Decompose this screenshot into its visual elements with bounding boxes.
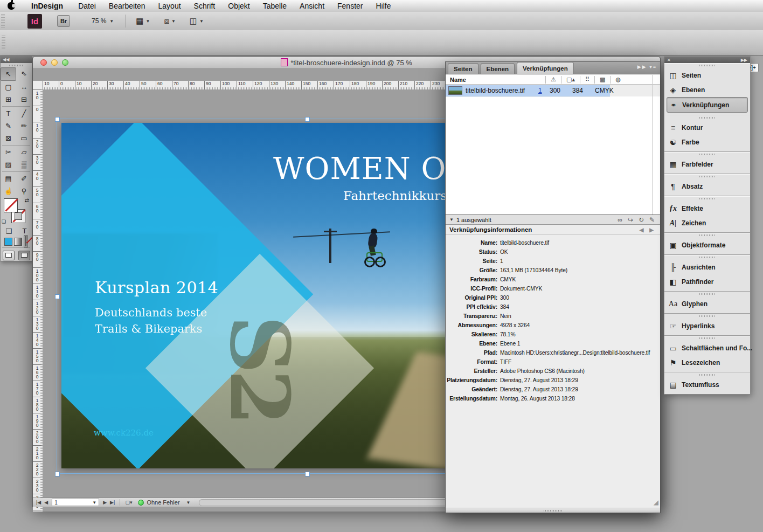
dock-panel-button[interactable]: ▦Farbfelder — [667, 157, 748, 171]
effective-ppi-column-icon[interactable]: ▩ — [594, 76, 610, 84]
first-page-icon[interactable]: |◀ — [36, 500, 41, 505]
line-tool[interactable]: ╱ — [16, 107, 32, 120]
rectangle-tool[interactable]: ▭ — [16, 132, 32, 144]
screen-mode-dropdown[interactable]: ⧈▼ — [164, 16, 175, 26]
relink-icon[interactable]: ∞ — [618, 216, 622, 224]
dock-panel-button[interactable]: AaGlyphen — [667, 296, 748, 311]
panel-resize-grip[interactable]: ◢ — [654, 499, 658, 506]
dock-panel-button[interactable]: ⚑Lesezeichen — [667, 355, 748, 370]
gap-tool[interactable]: ↔ — [16, 81, 32, 93]
previous-page-icon[interactable]: ◀ — [44, 500, 48, 505]
name-column-header[interactable]: Name — [450, 77, 545, 83]
formatting-affects-text-icon[interactable]: T — [22, 226, 26, 236]
ppi-column-icon[interactable]: ⠿ — [580, 76, 594, 84]
ruler-origin[interactable] — [33, 81, 43, 90]
direct-selection-tool[interactable]: ⇖ — [16, 67, 32, 80]
frame-tool[interactable]: ⊠ — [1, 132, 16, 144]
dock-panel-button[interactable]: ◈Ebenen — [667, 82, 748, 97]
menu-item[interactable]: Fenster — [331, 0, 369, 12]
link-row-selected[interactable]: titelbild-boschuere.tif 1 300 384 CMYK — [446, 85, 610, 96]
colorspace-column-icon[interactable]: ◍ — [610, 76, 626, 84]
menu-item[interactable]: Datei — [72, 0, 102, 12]
edit-original-icon[interactable]: ✎ — [649, 216, 655, 224]
menu-item[interactable]: Hilfe — [370, 0, 398, 12]
last-page-icon[interactable]: ▶| — [110, 500, 115, 505]
panel-tab[interactable]: Seiten — [448, 63, 478, 74]
gradient-tool[interactable]: ▨ — [1, 158, 16, 171]
menu-item[interactable]: Schrift — [188, 0, 222, 12]
hand-tool[interactable]: ☝ — [1, 185, 16, 197]
free-transform-tool[interactable]: ▱ — [16, 146, 32, 158]
dock-panel-button[interactable]: ¶Absatz — [667, 179, 748, 194]
zoom-tool[interactable]: ⚲ — [16, 185, 32, 197]
content-placer-tool[interactable]: ⊟ — [16, 93, 32, 106]
goto-link-icon[interactable]: ↪ — [628, 216, 633, 224]
dock-panel-button[interactable]: ◧Pathfinder — [667, 274, 748, 289]
scissors-tool[interactable]: ✂ — [1, 146, 16, 158]
page-number-dropdown[interactable]: 1▼ — [52, 499, 99, 506]
pencil-tool[interactable]: ✏ — [16, 120, 32, 132]
selection-handle[interactable] — [55, 472, 60, 476]
selection-handle[interactable] — [305, 117, 310, 122]
dock-panel-button[interactable]: ▭Schaltflächen und Fo... — [667, 341, 748, 355]
dock-panel-button[interactable]: ƒxEffekte — [667, 201, 748, 216]
fill-swatch[interactable] — [4, 198, 18, 212]
preflight-menu-icon[interactable]: ▢▾ — [125, 500, 132, 505]
content-collector-tool[interactable]: ⊞ — [1, 93, 16, 106]
zoom-level-dropdown[interactable]: 75 %▼ — [92, 17, 114, 25]
dock-panel-button[interactable]: ☞Hyperlinks — [667, 319, 748, 333]
links-list-area[interactable] — [446, 96, 660, 215]
next-page-icon[interactable]: ▶ — [103, 500, 107, 505]
vertical-ruler[interactable]: 1001020304050607080901001101201301401501… — [33, 89, 43, 512]
gradient-feather-tool[interactable]: ▒ — [16, 158, 32, 171]
panel-tab[interactable]: Ebenen — [481, 63, 515, 74]
dock-panel-button[interactable]: ╟Ausrichten — [667, 260, 748, 274]
menu-item[interactable]: Bearbeiten — [102, 0, 152, 12]
collapse-panel-icon[interactable]: ▶▶ — [637, 64, 647, 70]
formatting-affects-container-icon[interactable]: ❑ — [6, 226, 12, 236]
dock-expand-icon[interactable]: ▶▶ — [741, 58, 747, 63]
warning-icon[interactable]: ⚠ — [545, 76, 561, 84]
link-info-header[interactable]: Verknüpfungsinformationen ◀ ▶ — [446, 225, 660, 235]
panel-menu-icon[interactable]: ▾≡ — [649, 64, 657, 70]
selection-handle[interactable] — [55, 294, 60, 299]
normal-view-mode-button[interactable] — [3, 251, 15, 260]
dock-close-icon[interactable]: ✕ — [667, 58, 671, 63]
panel-bottom-drag-bar[interactable] — [446, 508, 660, 513]
update-link-icon[interactable]: ↻ — [639, 216, 644, 224]
arrange-documents-dropdown[interactable]: ◫▼ — [190, 16, 204, 26]
dock-panel-button[interactable]: ◫Seiten — [667, 68, 748, 82]
apple-icon[interactable] — [8, 2, 15, 10]
dock-panel-button[interactable]: ⚭Verknüpfungen — [667, 97, 748, 113]
selection-tool[interactable]: ↖ — [1, 67, 16, 81]
page-tool[interactable]: ▢ — [1, 81, 16, 93]
disclosure-triangle-icon[interactable]: ▼ — [449, 217, 454, 222]
note-tool[interactable]: ▤ — [1, 172, 16, 185]
dock-panel-button[interactable]: ▤Textumfluss — [667, 377, 748, 392]
menu-item[interactable]: Layout — [152, 0, 188, 12]
fill-stroke-proxy[interactable]: ⇄ ❏ — [1, 197, 32, 225]
link-page-number[interactable]: 1 — [538, 87, 542, 94]
dock-panel-button[interactable]: ▣Objektformate — [667, 238, 748, 252]
dock-panel-button[interactable]: ≡Kontur — [667, 120, 748, 135]
menu-item[interactable]: Tabelle — [256, 0, 293, 12]
eyedropper-tool[interactable]: ✐ — [16, 172, 32, 185]
preview-mode-button[interactable] — [18, 251, 30, 260]
type-tool[interactable]: T — [1, 107, 16, 120]
swap-fill-stroke-icon[interactable]: ⇄ — [25, 197, 29, 203]
info-prev-next-icons[interactable]: ◀ ▶ — [640, 227, 660, 233]
menu-item[interactable]: Objekt — [221, 0, 256, 12]
dock-panel-button[interactable]: A|Zeichen — [667, 216, 748, 230]
selection-handle[interactable] — [305, 472, 310, 476]
default-fill-stroke-icon[interactable]: ❏ — [2, 219, 6, 224]
apply-color-button[interactable] — [4, 238, 12, 246]
menu-item[interactable]: InDesign — [25, 0, 72, 12]
apply-none-button[interactable] — [24, 235, 28, 248]
apply-gradient-button[interactable] — [14, 238, 22, 246]
selection-handle[interactable] — [55, 117, 60, 122]
panel-tab[interactable]: Verknüpfungen — [517, 62, 574, 74]
dock-panel-button[interactable]: ☯Farbe — [667, 135, 748, 149]
menu-item[interactable]: Ansicht — [293, 0, 331, 12]
pen-tool[interactable]: ✎ — [1, 120, 16, 132]
preflight-dropdown-icon[interactable]: ▼ — [186, 500, 191, 505]
